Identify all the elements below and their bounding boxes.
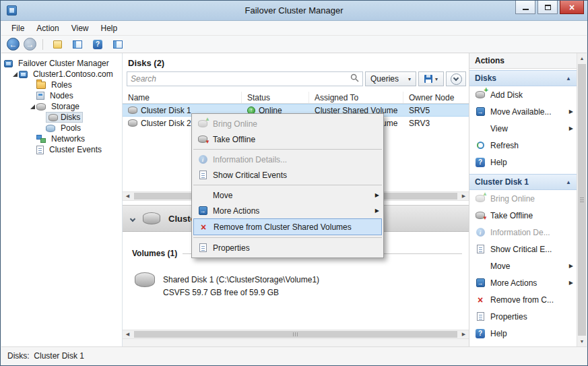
scroll-left-button[interactable]: ◀ — [123, 330, 133, 338]
context-menu-properties[interactable]: Properties — [192, 240, 383, 255]
window-controls: × — [515, 1, 584, 14]
save-query-button[interactable]: ▾ — [418, 71, 444, 86]
context-menu-take-offline[interactable]: ▼ Take Offline — [192, 131, 383, 147]
volume-item[interactable]: Shared Disk 1 (C:\ClusterStorage\Volume1… — [135, 272, 319, 297]
tree-item-label: Cluster Events — [49, 145, 102, 154]
menu-item-label: Show Critical Events — [211, 171, 379, 180]
nodes-icon — [36, 92, 44, 100]
action-remove-from-csv[interactable]: × Remove from C... — [469, 291, 577, 308]
action-label: Help — [490, 158, 573, 167]
disk-owner-node: SRV3 — [409, 119, 430, 128]
action-add-disk[interactable]: + Add Disk — [469, 86, 577, 103]
action-move-available-storage[interactable]: Move Available... ▶ — [469, 103, 577, 120]
column-header-assigned-to[interactable]: Assigned To — [309, 92, 403, 103]
queries-button[interactable]: Queries ▾ — [365, 71, 416, 86]
action-show-critical-events[interactable]: Show Critical E... — [469, 241, 577, 257]
action-help-2[interactable]: Help — [469, 325, 577, 342]
action-label: Move — [490, 262, 565, 271]
context-menu-move[interactable]: Move ▶ — [192, 187, 383, 203]
minimize-button[interactable] — [515, 1, 535, 14]
chevron-down-icon: ▾ — [408, 76, 411, 82]
title-bar[interactable]: Failover Cluster Manager × — [1, 1, 587, 21]
tree-item-roles[interactable]: Roles — [1, 80, 122, 90]
context-menu-information-details[interactable]: Information Details... — [192, 152, 383, 167]
action-take-offline[interactable]: ▼ Take Offline — [469, 207, 577, 224]
maximize-button[interactable] — [537, 1, 558, 14]
menu-item-label: Information Details... — [211, 155, 379, 164]
menu-view[interactable]: View — [65, 22, 95, 35]
menu-file[interactable]: File — [5, 22, 30, 35]
action-information-details[interactable]: Information De... — [469, 224, 577, 241]
expander-expanded-icon[interactable] — [28, 104, 36, 109]
toolbar-separator — [42, 39, 43, 50]
scroll-right-button[interactable]: ▶ — [459, 330, 469, 338]
context-menu-remove-from-csv[interactable]: × Remove from Cluster Shared Volumes — [193, 218, 382, 235]
context-menu-more-actions[interactable]: More Actions ▶ — [192, 203, 383, 218]
help-icon — [93, 40, 102, 49]
detail-collapse-button[interactable] — [131, 214, 135, 223]
submenu-arrow-icon: ▶ — [371, 208, 379, 214]
scrollbar-thumb[interactable] — [134, 331, 457, 338]
properties-icon — [477, 312, 484, 321]
tree-item-root[interactable]: Failover Cluster Manager — [1, 58, 122, 69]
console-tree-toggle-button[interactable] — [69, 37, 86, 51]
menu-action[interactable]: Action — [30, 22, 65, 35]
scrollbar-thumb[interactable] — [578, 64, 586, 336]
action-help[interactable]: Help — [469, 154, 577, 171]
expander-expanded-icon[interactable] — [11, 72, 19, 77]
menu-separator — [193, 185, 382, 185]
scroll-right-button[interactable]: ▶ — [459, 192, 469, 200]
context-menu-show-critical-events[interactable]: Show Critical Events — [192, 167, 383, 183]
export-list-button[interactable] — [49, 37, 65, 51]
tree-item-disks[interactable]: Disks — [1, 112, 122, 123]
actions-section-header-disks[interactable]: Disks ▲ — [469, 70, 577, 86]
action-pane-toggle-button[interactable] — [110, 37, 126, 51]
critical-events-icon — [199, 171, 207, 179]
column-header-name[interactable]: Name — [123, 92, 242, 103]
scrollbar-track[interactable] — [133, 330, 459, 338]
action-label: Add Disk — [490, 90, 573, 100]
action-move[interactable]: Move ▶ — [469, 257, 577, 274]
action-bring-online[interactable]: ▲ Bring Online — [469, 190, 577, 207]
actions-section-header-cluster-disk-1[interactable]: Cluster Disk 1 ▲ — [469, 174, 577, 190]
action-view[interactable]: View ▶ — [469, 120, 577, 137]
action-more-actions[interactable]: More Actions ▶ — [469, 274, 577, 291]
action-label: Move Available... — [490, 107, 565, 117]
scroll-down-button[interactable]: ▼ — [577, 336, 587, 346]
menu-item-label: Take Offline — [211, 135, 379, 144]
column-header-status[interactable]: Status — [242, 92, 309, 103]
context-menu-bring-online[interactable]: ▲ Bring Online — [192, 116, 383, 131]
section-header-label: Cluster Disk 1 — [475, 177, 529, 187]
action-label: Refresh — [490, 141, 573, 150]
forward-icon: → — [26, 40, 34, 49]
tree-item-networks[interactable]: Networks — [1, 133, 122, 144]
minimize-icon — [523, 9, 529, 10]
search-input[interactable] — [131, 74, 350, 84]
properties-icon — [199, 243, 207, 252]
tree-item-nodes[interactable]: Nodes — [1, 90, 122, 101]
column-header-owner-node[interactable]: Owner Node — [403, 92, 469, 103]
window-title: Failover Cluster Manager — [1, 1, 587, 21]
toolbar-help-button[interactable] — [90, 37, 106, 51]
scroll-left-button[interactable]: ◀ — [123, 192, 133, 200]
tree-item-storage[interactable]: Storage — [1, 101, 122, 112]
expand-collapse-button[interactable] — [446, 71, 466, 86]
collapse-section-icon[interactable]: ▲ — [566, 75, 571, 82]
chevron-circle-icon — [451, 73, 462, 85]
console-tree-pane: Failover Cluster Manager Cluster1.Contos… — [1, 53, 123, 346]
scroll-up-button[interactable]: ▲ — [577, 53, 587, 63]
menu-help[interactable]: Help — [95, 22, 124, 35]
search-icon[interactable] — [350, 73, 359, 84]
forward-button[interactable]: → — [24, 38, 36, 51]
action-label: Information De... — [490, 228, 573, 237]
action-properties[interactable]: Properties — [469, 308, 577, 325]
tree-item-cluster-events[interactable]: Cluster Events — [1, 144, 122, 155]
submenu-arrow-icon: ▶ — [569, 125, 573, 131]
back-button[interactable]: ← — [7, 38, 20, 51]
action-refresh[interactable]: Refresh — [469, 137, 577, 154]
tree-item-cluster[interactable]: Cluster1.Contoso.com — [1, 69, 122, 80]
close-button[interactable]: × — [560, 1, 584, 14]
tree-item-pools[interactable]: Pools — [1, 123, 122, 133]
collapse-section-icon[interactable]: ▲ — [566, 179, 571, 185]
volume-info: CSVFS 59.7 GB free of 59.9 GB — [163, 288, 319, 297]
